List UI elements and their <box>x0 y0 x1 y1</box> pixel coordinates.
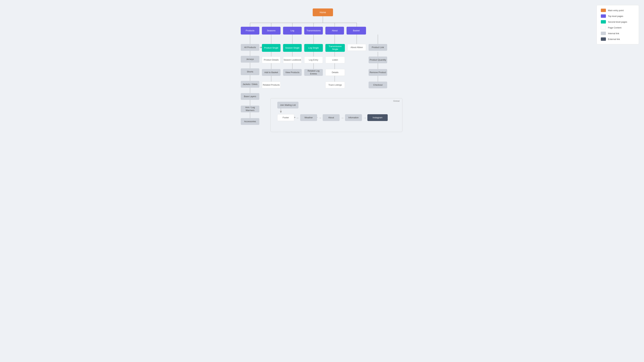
footer-node[interactable]: Footer <box>277 114 294 121</box>
product-details-node[interactable]: Product Details <box>262 56 280 63</box>
listen-node[interactable]: Listen <box>326 56 345 63</box>
transmissions-node[interactable]: Transmissions <box>304 27 323 34</box>
legend-label-internal-link: Internal link <box>608 32 619 35</box>
products-node[interactable]: Products <box>241 27 259 34</box>
instagram-node[interactable]: Instagram <box>367 114 388 121</box>
remove-product-node[interactable]: Remove Product <box>368 69 387 76</box>
product-link-node[interactable]: Product Link <box>368 44 387 51</box>
legend-item-external-link: External link <box>601 38 635 41</box>
legend-item-top-level: Top level pages <box>601 14 635 18</box>
accessories-node[interactable]: Accessories <box>241 118 259 125</box>
global-section: Global Join Mailing List Footer → Weathe… <box>270 98 402 132</box>
jackets-gilets-node[interactable]: Jackets / Gilets <box>241 81 259 88</box>
track-listings-node[interactable]: Track Listings <box>326 82 345 88</box>
add-to-basket-node[interactable]: Add to Basket <box>262 69 280 76</box>
infomation-node[interactable]: Infomation <box>345 114 362 121</box>
legend-panel: Main entry pointTop level pagesSecond le… <box>596 5 639 44</box>
related-log-entries-node[interactable]: Related Log Entries <box>304 69 323 76</box>
shorts-node[interactable]: Shorts <box>241 68 259 75</box>
details-node[interactable]: Details <box>326 69 345 76</box>
product-quantity-node[interactable]: Product Quantity <box>368 56 387 63</box>
seasons-node[interactable]: Seasons <box>262 27 280 34</box>
legend-color-main-entry <box>601 9 606 12</box>
about-albion-node[interactable]: About Albion <box>348 44 366 51</box>
legend-color-top-level <box>601 14 606 18</box>
all-products-node[interactable]: All Products <box>241 44 259 51</box>
related-products-node[interactable]: Related Products <box>262 82 280 88</box>
legend-label-page-content: Page Content <box>608 26 622 29</box>
legend-item-internal-link: Internal link <box>601 32 635 35</box>
legend-item-second-level: Second level pages <box>601 20 635 24</box>
legend-item-main-entry: Main entry point <box>601 9 635 12</box>
legend-color-second-level <box>601 20 606 24</box>
log-entry-node[interactable]: Log Entry <box>304 56 323 63</box>
legend-color-external-link <box>601 38 606 41</box>
legend-label-main-entry: Main entry point <box>608 9 624 12</box>
legend-item-page-content: Page Content <box>601 26 635 29</box>
log-single-node[interactable]: Log Single <box>304 44 323 52</box>
about-footer-node[interactable]: About <box>323 114 340 121</box>
weather-node[interactable]: Weather <box>300 114 317 121</box>
home-node[interactable]: Home <box>313 8 333 16</box>
basket-node[interactable]: Basket <box>346 27 366 34</box>
legend-label-second-level: Second level pages <box>608 21 627 23</box>
checkout-node[interactable]: Checkout <box>368 82 387 88</box>
product-single-node[interactable]: Product Single <box>262 44 280 52</box>
legend-color-page-content <box>601 26 606 29</box>
footer-arrow-3: → <box>340 116 344 120</box>
view-products-node[interactable]: View Products <box>283 69 302 76</box>
transmission-single-node[interactable]: Transmission Single <box>326 44 345 52</box>
season-single-node[interactable]: Season Single <box>283 44 302 52</box>
footer-arrow-2: → <box>318 116 322 120</box>
about-node[interactable]: About <box>326 27 344 34</box>
season-lookbook-node[interactable]: Season Lookbook <box>283 56 302 63</box>
log-node[interactable]: Log <box>283 27 302 34</box>
footer-arrow-1: → <box>296 116 299 120</box>
base-layers-node[interactable]: Base Layers <box>241 93 259 100</box>
legend-label-external-link: External link <box>608 38 620 40</box>
legend-color-internal-link <box>601 32 606 35</box>
arm-leg-warmers-node[interactable]: Arm / Leg Warmers <box>241 106 259 112</box>
legend-label-top-level: Top level pages <box>608 15 623 18</box>
jerseys-node[interactable]: Jerseys <box>241 56 259 62</box>
global-label: Global <box>393 100 400 102</box>
footer-arrow-4: → <box>363 116 366 120</box>
join-mailing-list-node[interactable]: Join Mailing List <box>277 102 298 108</box>
